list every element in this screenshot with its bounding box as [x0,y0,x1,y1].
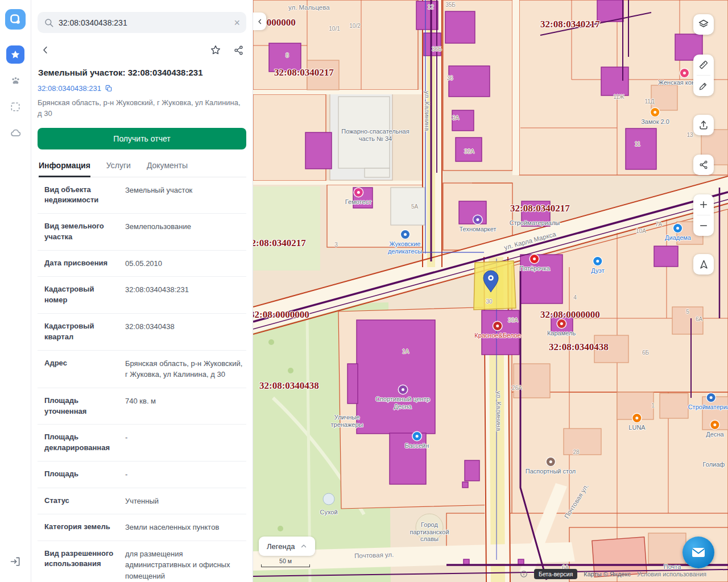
tab-services[interactable]: Услуги [106,161,131,177]
back-button[interactable] [38,42,53,58]
poi-suhoy[interactable]: Сухой [320,507,337,516]
favorite-button[interactable] [208,42,224,58]
get-report-button[interactable]: Получить отчет [38,128,246,149]
copy-icon[interactable] [105,84,113,92]
info-circle-icon [520,570,528,578]
house-number: 32А [464,148,474,155]
edit-button[interactable] [693,76,714,96]
share-icon [698,160,709,170]
beta-badge: Бета-версия [534,569,577,579]
star-icon [10,49,20,60]
clear-search-icon[interactable]: × [234,18,240,28]
info-row-value: - [125,432,246,454]
area-select-button[interactable] [6,98,24,116]
poi-duet[interactable]: Дуэт [591,257,604,275]
info-row: Вид разрешенного использованиядля размещ… [38,541,246,582]
info-row: Кадастровый квартал32:08:0340438 [38,314,246,351]
search-icon [44,18,54,28]
poi-outdoor-gym[interactable]: Уличные тренажеры [324,412,370,428]
poi-label: Спортивный центр Десна [375,396,430,410]
tab-documents[interactable]: Документы [147,161,188,177]
tab-information[interactable]: Информация [39,161,90,177]
poi-label: Город партизанской славы [403,521,456,543]
poi-passport-office[interactable]: Паспортный стол [526,458,576,475]
terms-link[interactable]: Условия использования [637,571,706,577]
object-panel: × Земельный участок: 32:08:0340438:231 3… [31,0,253,582]
house-number: 4 [573,294,577,301]
info-row-label: Площадь уточненная [44,396,117,417]
measure-button[interactable] [693,55,714,75]
zoom-in-button[interactable] [693,194,714,215]
info-row: Площадь уточненная740 кв. м [38,388,246,425]
cloud-button[interactable] [6,124,24,142]
poi-technomarket[interactable]: Техномаркет [459,215,496,233]
poi-icon [706,393,715,402]
street-label: Почтовая ул. [354,551,394,559]
poi-icon [493,322,502,330]
poi-desna[interactable]: Десна [706,421,723,438]
poi-sport-center[interactable]: Спортивный центр Десна [375,385,430,410]
panel-collapse-button[interactable] [253,13,266,30]
animals-layer-button[interactable] [6,72,24,90]
street-label: ул. Мальцева [288,4,330,11]
poi-stroymaterialy[interactable]: Стройматериалы [510,218,560,227]
cadastral-quarter-label[interactable]: 32:08:0340438 [259,380,319,392]
poi-label: Сухой [320,509,337,516]
page-title: Земельный участок: 32:08:0340438:231 [38,67,246,78]
info-row: Дата присвоения05.05.2010 [38,251,246,277]
chat-button[interactable] [682,537,714,568]
cadastral-quarter-label[interactable]: 32:08:0000000 [540,309,600,321]
app-logo[interactable] [5,9,26,30]
info-icon[interactable] [520,570,528,578]
share-button[interactable] [230,42,246,58]
info-row-value: Земли населенных пунктов [125,522,246,533]
cadastral-quarter-label[interactable]: 32:08:0340217 [253,238,306,249]
favorites-button[interactable] [6,45,24,64]
poi-partisan-glory[interactable]: Город партизанской славы [403,519,456,543]
cadastral-quarter-label[interactable]: 32:08:0340217 [540,19,600,30]
poi-icon [680,69,689,77]
panel-tabs: Информация Услуги Документы [38,161,246,177]
zoom-out-button[interactable] [693,215,714,236]
yandex-attribution[interactable]: Карты © Яндекс [584,571,631,577]
poi-gemotest[interactable]: Гемотест [345,188,371,206]
poi-zamok[interactable]: Замок 2.0 [641,108,669,126]
poi-stroymaterial[interactable]: Стройматериал [688,393,728,411]
poi-goliaf[interactable]: Голиаф [703,459,725,468]
search-bar[interactable]: × [38,12,246,33]
dashed-select-icon [10,101,21,113]
poi-label: Диадема [665,234,691,242]
search-input[interactable] [59,18,234,27]
poi-label: Уличные тренажеры [324,414,370,428]
poi-label: Пожарно-спасательная часть № 34 [341,128,410,142]
poi-delicatessen[interactable]: Жуковские деликатесы [380,230,430,255]
cloud-icon [10,127,22,139]
house-number: 36Б [432,46,442,52]
poi-diadema[interactable]: Диадема [665,224,691,242]
legend-button[interactable]: Легенда [259,537,315,556]
layers-button[interactable] [693,14,714,35]
cadastral-quarter-label[interactable]: 32:08:0340217 [510,203,570,214]
poi-pool[interactable]: Бассейн [405,432,429,450]
poi-pyaterochka[interactable]: Пятёрочка [519,255,550,272]
back-chevron-icon [40,45,51,55]
poi-karamel[interactable]: Карамель [547,319,576,337]
map[interactable]: 32:08:0000000 32:08:0340217 32:08:034021… [253,0,728,582]
poi-krasnoe-beloe[interactable]: Красное&Белое [474,322,521,339]
logout-button[interactable] [6,552,24,571]
poi-luna[interactable]: LUNA [628,414,645,431]
cadastral-quarter-label[interactable]: 32:08:0340217 [274,67,334,78]
star-outline-icon [210,44,221,56]
poi-fire-station[interactable]: Пожарно-спасательная часть № 34 [341,126,410,142]
navigation-arrow-icon [698,259,709,270]
upload-button[interactable] [693,115,714,135]
poi-label: Замок 2.0 [641,118,669,126]
cadastral-quarter-label[interactable]: 32:08:0000000 [253,309,309,321]
poi-icon [399,385,407,394]
locate-button[interactable] [693,254,714,275]
cadastral-number-link[interactable]: 32:08:0340438:231 [38,84,101,93]
info-row-label: Площадь декларированная [44,432,117,454]
share-map-button[interactable] [693,155,714,175]
cadastral-quarter-label[interactable]: 32:08:0340438 [549,342,609,353]
house-number: 26А [512,385,522,391]
